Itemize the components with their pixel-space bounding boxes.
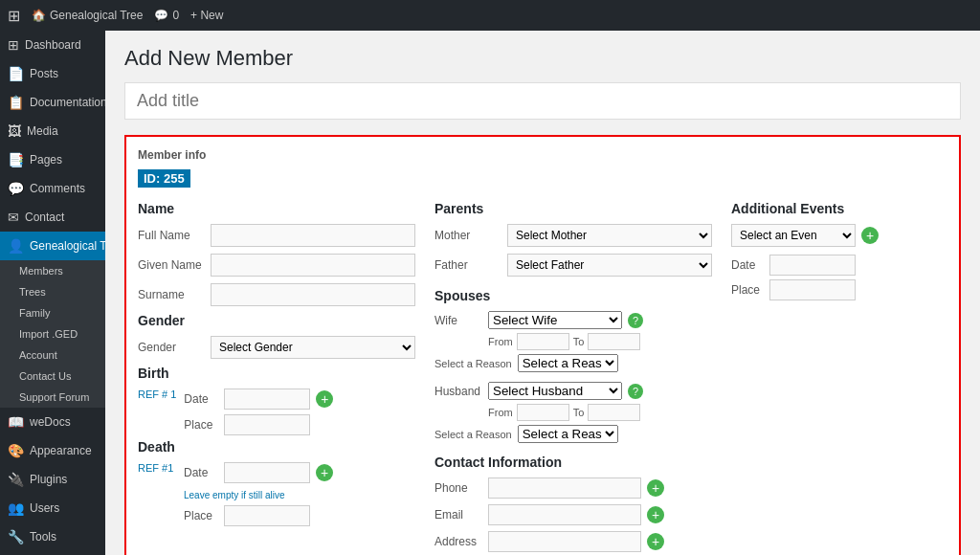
sidebar-item-contact[interactable]: ✉ Contact (0, 203, 105, 232)
gender-select[interactable]: Select Gender Male Female (211, 336, 415, 359)
birth-add-button[interactable]: + (316, 390, 333, 408)
leave-empty-note: Leave empty if still alive (184, 490, 415, 500)
mother-select[interactable]: Select Mother (507, 224, 712, 247)
event-date-place: Date Place (731, 255, 947, 300)
event-place-row: Place (731, 279, 947, 300)
surname-input[interactable] (211, 283, 415, 306)
sidebar-item-dashboard[interactable]: ⊞ Dashboard (0, 31, 105, 59)
sidebar-item-comments[interactable]: 💬 Comments (0, 174, 105, 203)
sidebar-item-genealogical-tree[interactable]: 👤 Genealogical Tree ▶ (0, 232, 105, 260)
sidebar-item-media[interactable]: 🖼 Media (0, 117, 105, 145)
sidebar-item-account[interactable]: Account (0, 344, 105, 366)
event-add-button[interactable]: + (861, 227, 879, 244)
sidebar-item-posts[interactable]: 📄 Posts (0, 59, 105, 88)
wife-select[interactable]: Select Wife (488, 311, 622, 329)
address-input[interactable] (488, 531, 641, 552)
sidebar-submenu-tree: Members Trees Family Import .GED Account… (0, 260, 105, 408)
husband-reason-label: Select a Reason (434, 429, 512, 440)
birth-date-row: Date + (184, 388, 415, 410)
sidebar-item-tools[interactable]: 🔧 Tools (0, 522, 105, 551)
phone-input[interactable] (488, 477, 641, 499)
sidebar-item-support-forum[interactable]: Support Forum (0, 387, 105, 408)
additional-events-title: Additional Events (731, 201, 947, 216)
sidebar-item-import-ged[interactable]: Import .GED (0, 323, 105, 344)
husband-from-to-row: From To (434, 404, 712, 421)
death-place-input[interactable] (224, 505, 310, 526)
husband-to-input[interactable] (588, 404, 640, 421)
sidebar-item-members[interactable]: Members (0, 260, 105, 281)
additional-events-row: Select an Even + (731, 224, 947, 247)
sidebar-item-appearance[interactable]: 🎨 Appearance (0, 436, 105, 465)
comments-item[interactable]: 💬 0 (154, 9, 179, 22)
sidebar-item-plugins[interactable]: 🔌 Plugins (0, 465, 105, 494)
event-date-input[interactable] (769, 255, 856, 276)
father-group: Father Select Father (434, 254, 712, 277)
death-ref-label: REF #1 (138, 462, 176, 474)
wife-from-to-row: From To (434, 333, 712, 350)
birth-date-label: Date (184, 392, 218, 406)
gender-section-title: Gender (138, 313, 415, 328)
wife-reason-select[interactable]: Select a Reas (518, 354, 618, 372)
address-add-button[interactable]: + (647, 533, 664, 550)
phone-label: Phone (434, 481, 482, 495)
sidebar-item-family[interactable]: Family (0, 302, 105, 323)
media-icon: 🖼 (8, 123, 21, 139)
email-input[interactable] (488, 504, 641, 525)
site-name[interactable]: 🏠 Genealogical Tree (32, 9, 143, 22)
event-select[interactable]: Select an Even (731, 224, 856, 247)
sidebar-item-documentation[interactable]: 📋 Documentation (0, 88, 105, 117)
sidebar: ⊞ Dashboard 📄 Posts 📋 Documentation 🖼 Me… (0, 31, 105, 555)
birth-place-label: Place (184, 418, 218, 432)
husband-select[interactable]: Select Husband (488, 382, 622, 400)
address-group: Address + (434, 531, 712, 552)
mother-label: Mother (434, 229, 501, 242)
sidebar-item-users[interactable]: 👥 Users (0, 494, 105, 522)
birth-date-input[interactable] (224, 388, 310, 410)
sidebar-item-allinone[interactable]: 🔄 All-in-One WP Migration (0, 551, 105, 555)
users-icon: 👥 (8, 500, 24, 516)
col-middle: Parents Mother Select Mother Father Sele… (434, 197, 712, 555)
sidebar-item-pages[interactable]: 📑 Pages (0, 145, 105, 174)
event-place-input[interactable] (769, 279, 856, 300)
birth-place-input[interactable] (224, 414, 310, 435)
mother-group: Mother Select Mother (434, 224, 712, 247)
husband-select-row: Husband Select Husband ? (434, 382, 712, 400)
wife-from-input[interactable] (517, 333, 569, 350)
gender-label: Gender (138, 341, 205, 354)
email-add-button[interactable]: + (647, 506, 664, 523)
husband-reason-select[interactable]: Select a Reas (518, 425, 618, 443)
add-title-input[interactable] (124, 82, 961, 120)
member-info-label: Member info (138, 148, 947, 162)
new-item[interactable]: + New (190, 9, 223, 22)
sidebar-item-trees[interactable]: Trees (0, 281, 105, 302)
father-select[interactable]: Select Father (507, 254, 712, 277)
sidebar-item-contact-us[interactable]: Contact Us (0, 366, 105, 387)
parents-section-title: Parents (434, 201, 712, 216)
posts-icon: 📄 (8, 66, 24, 81)
wife-to-label: To (573, 336, 585, 347)
phone-add-button[interactable]: + (647, 479, 664, 497)
admin-bar: ⊞ 🏠 Genealogical Tree 💬 0 + New (0, 0, 980, 31)
full-name-input[interactable] (211, 224, 415, 247)
gender-group: Gender Select Gender Male Female (138, 336, 415, 359)
husband-from-input[interactable] (517, 404, 569, 421)
appearance-icon: 🎨 (8, 443, 24, 458)
given-name-input[interactable] (211, 254, 415, 277)
wedocs-icon: 📖 (8, 414, 24, 430)
given-name-label: Given Name (138, 258, 205, 272)
given-name-group: Given Name (138, 254, 415, 277)
col-left: Name Full Name Given Name Surname Gen (138, 197, 415, 555)
wp-logo-item[interactable]: ⊞ (8, 7, 20, 25)
husband-from-label: From (488, 407, 513, 418)
husband-group: Husband Select Husband ? From To (434, 382, 712, 443)
home-icon: 🏠 (32, 9, 46, 22)
plugins-icon: 🔌 (8, 472, 24, 487)
sidebar-item-wedocs[interactable]: 📖 weDocs (0, 408, 105, 436)
wife-to-input[interactable] (588, 333, 640, 350)
pages-icon: 📑 (8, 152, 24, 167)
tree-icon: 👤 (8, 238, 24, 254)
name-section-title: Name (138, 201, 415, 216)
death-date-input[interactable] (224, 462, 310, 483)
death-add-button[interactable]: + (316, 464, 333, 481)
death-section-title: Death (138, 439, 415, 455)
